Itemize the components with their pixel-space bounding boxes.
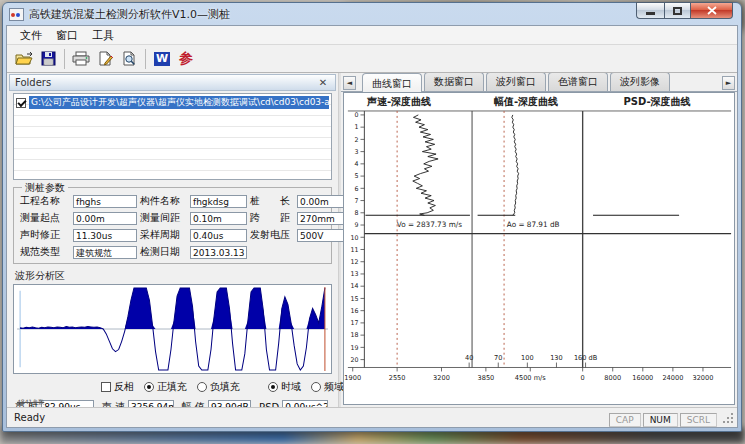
invert-checkbox[interactable] bbox=[101, 382, 111, 392]
menu-bar: 文件窗口工具 bbox=[7, 26, 737, 45]
readout-field[interactable]: 0.00us^2/m bbox=[282, 400, 328, 407]
status-cell-scrl: SCRL bbox=[680, 413, 717, 427]
word-export-button[interactable]: W bbox=[150, 48, 174, 70]
param-field[interactable]: 0.10m bbox=[190, 212, 247, 225]
curve-chart-area[interactable]: 声速-深度曲线幅值-深度曲线PSD-深度曲线 01234567891011121… bbox=[343, 92, 735, 405]
waveform-area-title: 波形分析区 bbox=[15, 269, 336, 283]
pile-parameters-group: 测桩参数 工程名称fhghs构件名称fhgkdsg桩 长0.00m测量起点0.0… bbox=[13, 187, 332, 264]
depth-tick-label: 9 bbox=[355, 221, 359, 228]
status-cell-num: NUM bbox=[643, 413, 678, 427]
fill-radio[interactable] bbox=[197, 382, 207, 392]
menu-item[interactable]: 窗口 bbox=[49, 26, 85, 45]
readout-label: 幅 值 bbox=[182, 400, 205, 407]
x-tick-label: 130 bbox=[550, 354, 563, 362]
toolbar-separator bbox=[145, 49, 146, 69]
menu-item[interactable]: 文件 bbox=[13, 26, 49, 45]
save-icon bbox=[41, 51, 56, 66]
readout-field[interactable]: 93.90dB bbox=[208, 400, 251, 407]
depth-tick-label: 4 bbox=[355, 160, 359, 167]
readout-field[interactable]: 82.90us bbox=[41, 400, 94, 407]
param-field[interactable]: 建筑规范 bbox=[73, 246, 137, 259]
tab-波列影像[interactable]: 波列影像 bbox=[610, 73, 670, 91]
param-field[interactable]: fhghs bbox=[73, 195, 137, 208]
param-label: 声时修正 bbox=[20, 228, 70, 242]
app-icon bbox=[9, 8, 24, 21]
domain-radio[interactable] bbox=[311, 382, 321, 392]
param-field[interactable]: 0.00m bbox=[73, 212, 137, 225]
param-label: 桩 长 bbox=[250, 194, 294, 208]
depth-tick-label: 12 bbox=[351, 258, 359, 265]
x-tick-label: 100 bbox=[521, 354, 534, 362]
depth-tick-label: 20 bbox=[351, 356, 359, 363]
folders-panel-title: Folders bbox=[15, 77, 316, 88]
maximize-button[interactable] bbox=[664, 2, 691, 19]
parameters-grid: 工程名称fhghs构件名称fhgkdsg桩 长0.00m测量起点0.00m测量间… bbox=[20, 194, 327, 259]
param-field[interactable]: 0.40us bbox=[190, 229, 247, 242]
tabs: 曲线窗口数据窗口波列窗口色谱窗口波列影像 bbox=[362, 73, 672, 91]
folders-close-icon[interactable]: ✕ bbox=[316, 77, 330, 89]
chart-title: 幅值-深度曲线 bbox=[494, 95, 558, 109]
param-label: 测量起点 bbox=[20, 211, 70, 225]
folder-checkbox[interactable] bbox=[16, 98, 26, 108]
readout-field[interactable]: 3256.94m/s bbox=[128, 400, 174, 407]
print-preview-button[interactable] bbox=[117, 48, 141, 70]
param-label: 采样周期 bbox=[140, 228, 187, 242]
depth-tick-label: 3 bbox=[355, 148, 359, 155]
report-export-button[interactable] bbox=[93, 48, 117, 70]
param-field[interactable]: fhgkdsg bbox=[190, 195, 247, 208]
parameters-button[interactable]: 参 bbox=[174, 48, 198, 70]
tab-scroll-left-button[interactable]: ◄ bbox=[343, 76, 356, 90]
waveform-options-row: 反相 正填充负填充 时域频域 bbox=[101, 380, 336, 394]
param-label: 工程名称 bbox=[20, 194, 70, 208]
depth-charts-svg: 0123456789101112131415161718192019002550… bbox=[344, 109, 734, 404]
domain-radio[interactable] bbox=[268, 382, 278, 392]
depth-tick-label: 16 bbox=[351, 307, 359, 314]
fill-radio[interactable] bbox=[144, 382, 154, 392]
depth-tick-label: 15 bbox=[351, 295, 359, 302]
param-label: 跨 距 bbox=[250, 211, 294, 225]
x-tick-label: 3850 bbox=[478, 374, 495, 382]
fill-radio-label: 正填充 bbox=[157, 380, 187, 394]
clipped-overflow-text: 4841参数 bbox=[17, 398, 44, 407]
depth-tick-label: 13 bbox=[351, 270, 359, 277]
curve-annotation: Vo = 2837.73 m/s bbox=[397, 220, 462, 229]
close-button[interactable] bbox=[691, 2, 733, 19]
save-button[interactable] bbox=[36, 48, 60, 70]
x-tick-label: 1900 bbox=[344, 374, 361, 382]
fill-radio-label: 负填充 bbox=[210, 380, 240, 394]
open-file-button[interactable] bbox=[12, 48, 36, 70]
tab-数据窗口[interactable]: 数据窗口 bbox=[424, 73, 484, 91]
minimize-button[interactable] bbox=[636, 2, 664, 19]
depth-tick-label: 17 bbox=[351, 319, 359, 326]
domain-radio-group: 时域频域 bbox=[268, 380, 354, 394]
domain-radio-label: 频域 bbox=[324, 380, 344, 394]
print-button[interactable] bbox=[69, 48, 93, 70]
resize-grip[interactable] bbox=[721, 411, 734, 424]
x-tick-label: 160 dB bbox=[574, 354, 598, 362]
tab-色谱窗口[interactable]: 色谱窗口 bbox=[548, 73, 608, 91]
x-tick-label: 0 bbox=[581, 374, 585, 382]
app-window: 高铁建筑混凝土检测分析软件V1.0—测桩 文件窗口工具 bbox=[2, 2, 742, 432]
printer-icon bbox=[72, 51, 90, 66]
fill-radio-group: 正填充负填充 bbox=[144, 380, 250, 394]
client-area: Folders ✕ G:\公司产品设计开发\超声仪器\超声仪实地检测数据调试\c… bbox=[7, 73, 737, 407]
param-label: 测量间距 bbox=[140, 211, 187, 225]
tab-波列窗口[interactable]: 波列窗口 bbox=[486, 73, 546, 91]
x-tick-label: 8000 bbox=[604, 374, 621, 382]
chart-title: PSD-深度曲线 bbox=[623, 95, 690, 109]
invert-label: 反相 bbox=[114, 380, 134, 394]
depth-tick-label: 0 bbox=[355, 111, 359, 118]
view-tab-bar: ◄ 曲线窗口数据窗口波列窗口色谱窗口波列影像 ► bbox=[341, 73, 737, 92]
tab-scroll-right-button[interactable]: ► bbox=[722, 76, 735, 90]
x-tick-label: 24000 bbox=[662, 374, 683, 382]
menu-item[interactable]: 工具 bbox=[85, 26, 121, 45]
waveform-plot[interactable] bbox=[13, 284, 332, 374]
param-field[interactable]: 2013.03.13 bbox=[190, 246, 247, 259]
param-field[interactable]: 11.30us bbox=[73, 229, 137, 242]
tab-曲线窗口[interactable]: 曲线窗口 bbox=[362, 73, 422, 92]
folders-list-item[interactable]: G:\公司产品设计开发\超声仪器\超声仪实地检测数据调试\cd\cd03\cd0… bbox=[16, 96, 329, 109]
depth-tick-label: 5 bbox=[355, 172, 359, 179]
folder-path-label: G:\公司产品设计开发\超声仪器\超声仪实地检测数据调试\cd\cd03\cd0… bbox=[29, 96, 329, 109]
x-tick-label: 3200 bbox=[433, 374, 450, 382]
open-folder-icon bbox=[15, 51, 34, 66]
